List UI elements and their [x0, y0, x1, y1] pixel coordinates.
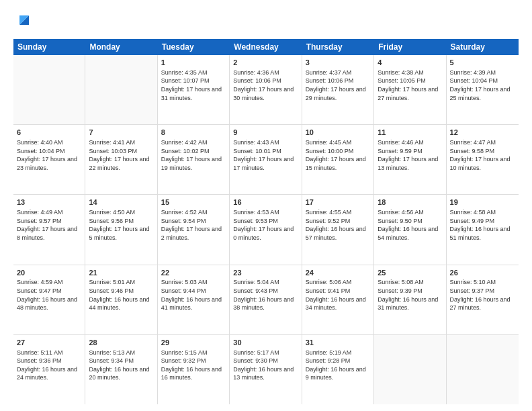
cell-info: Sunrise: 4:47 AMSunset: 9:58 PMDaylight:…: [450, 138, 515, 172]
day-number: 13: [17, 197, 81, 208]
header-day-monday: Monday: [85, 39, 157, 55]
cell-info: Sunrise: 4:42 AMSunset: 10:02 PMDaylight…: [161, 138, 226, 172]
calendar-cell: 23Sunrise: 5:04 AMSunset: 9:43 PMDayligh…: [230, 265, 302, 334]
cell-info: Sunrise: 4:38 AMSunset: 10:05 PMDaylight…: [378, 68, 442, 102]
day-number: 27: [17, 338, 81, 348]
day-number: 21: [89, 268, 153, 278]
day-number: 20: [17, 268, 81, 278]
calendar-cell: 12Sunrise: 4:47 AMSunset: 9:58 PMDayligh…: [447, 125, 519, 194]
calendar-cell: 14Sunrise: 4:50 AMSunset: 9:56 PMDayligh…: [85, 195, 157, 264]
calendar-cell: [447, 335, 519, 404]
day-number: 11: [378, 128, 442, 138]
day-number: 2: [233, 58, 298, 68]
day-number: 28: [89, 338, 153, 348]
calendar-cell: 20Sunrise: 4:59 AMSunset: 9:47 PMDayligh…: [13, 265, 85, 334]
day-number: 17: [306, 197, 370, 208]
calendar-cell: 28Sunrise: 5:13 AMSunset: 9:34 PMDayligh…: [85, 335, 157, 404]
cell-info: Sunrise: 5:17 AMSunset: 9:30 PMDaylight:…: [233, 349, 298, 382]
day-number: 19: [450, 197, 515, 208]
calendar-cell: 21Sunrise: 5:01 AMSunset: 9:46 PMDayligh…: [85, 265, 157, 334]
calendar-cell: 6Sunrise: 4:40 AMSunset: 10:04 PMDayligh…: [13, 125, 85, 194]
day-number: 8: [161, 128, 226, 138]
cell-info: Sunrise: 4:49 AMSunset: 9:57 PMDaylight:…: [17, 208, 81, 242]
calendar-header: SundayMondayTuesdayWednesdayThursdayFrid…: [13, 39, 519, 55]
day-number: 1: [161, 58, 226, 68]
header-day-thursday: Thursday: [302, 39, 374, 55]
cell-info: Sunrise: 5:03 AMSunset: 9:44 PMDaylight:…: [161, 278, 226, 312]
cell-info: Sunrise: 4:35 AMSunset: 10:07 PMDaylight…: [161, 68, 226, 102]
logo-icon: [15, 11, 34, 30]
calendar-cell: 26Sunrise: 5:10 AMSunset: 9:37 PMDayligh…: [447, 265, 519, 334]
calendar-cell: 25Sunrise: 5:08 AMSunset: 9:39 PMDayligh…: [374, 265, 446, 334]
calendar-cell: 2Sunrise: 4:36 AMSunset: 10:06 PMDayligh…: [230, 55, 302, 124]
calendar-cell: 15Sunrise: 4:52 AMSunset: 9:54 PMDayligh…: [158, 195, 230, 264]
header-day-sunday: Sunday: [13, 39, 85, 55]
calendar-cell: 22Sunrise: 5:03 AMSunset: 9:44 PMDayligh…: [158, 265, 230, 334]
calendar-cell: 18Sunrise: 4:56 AMSunset: 9:50 PMDayligh…: [374, 195, 446, 264]
day-number: 31: [306, 338, 370, 348]
calendar-cell: [13, 55, 85, 124]
calendar-body: 1Sunrise: 4:35 AMSunset: 10:07 PMDayligh…: [13, 55, 519, 404]
logo: [13, 11, 34, 32]
calendar-cell: 29Sunrise: 5:15 AMSunset: 9:32 PMDayligh…: [158, 335, 230, 404]
cell-info: Sunrise: 4:55 AMSunset: 9:52 PMDaylight:…: [306, 208, 370, 242]
header-day-tuesday: Tuesday: [158, 39, 230, 55]
cell-info: Sunrise: 4:46 AMSunset: 9:59 PMDaylight:…: [378, 138, 442, 172]
day-number: 22: [161, 268, 226, 278]
header-day-wednesday: Wednesday: [230, 39, 302, 55]
cell-info: Sunrise: 4:36 AMSunset: 10:06 PMDaylight…: [233, 68, 298, 102]
cell-info: Sunrise: 4:52 AMSunset: 9:54 PMDaylight:…: [161, 208, 226, 242]
page: SundayMondayTuesdayWednesdayThursdayFrid…: [0, 0, 532, 411]
calendar-row-2: 6Sunrise: 4:40 AMSunset: 10:04 PMDayligh…: [13, 125, 519, 195]
cell-info: Sunrise: 4:50 AMSunset: 9:56 PMDaylight:…: [89, 208, 153, 242]
calendar-cell: 30Sunrise: 5:17 AMSunset: 9:30 PMDayligh…: [230, 335, 302, 404]
cell-info: Sunrise: 5:19 AMSunset: 9:28 PMDaylight:…: [306, 349, 370, 382]
header-day-saturday: Saturday: [447, 39, 519, 55]
day-number: 25: [378, 268, 442, 278]
calendar-cell: 3Sunrise: 4:37 AMSunset: 10:06 PMDayligh…: [302, 55, 374, 124]
calendar-cell: 13Sunrise: 4:49 AMSunset: 9:57 PMDayligh…: [13, 195, 85, 264]
cell-info: Sunrise: 4:59 AMSunset: 9:47 PMDaylight:…: [17, 278, 81, 312]
calendar-cell: 11Sunrise: 4:46 AMSunset: 9:59 PMDayligh…: [374, 125, 446, 194]
day-number: 12: [450, 128, 515, 138]
day-number: 4: [378, 58, 442, 68]
calendar-cell: [374, 335, 446, 404]
cell-info: Sunrise: 4:41 AMSunset: 10:03 PMDaylight…: [89, 138, 153, 172]
calendar-row-3: 13Sunrise: 4:49 AMSunset: 9:57 PMDayligh…: [13, 195, 519, 265]
calendar-cell: 10Sunrise: 4:45 AMSunset: 10:00 PMDaylig…: [302, 125, 374, 194]
day-number: 23: [233, 268, 298, 278]
day-number: 29: [161, 338, 226, 348]
day-number: 15: [161, 197, 226, 208]
cell-info: Sunrise: 4:45 AMSunset: 10:00 PMDaylight…: [306, 138, 370, 172]
cell-info: Sunrise: 4:43 AMSunset: 10:01 PMDaylight…: [233, 138, 298, 172]
calendar-row-1: 1Sunrise: 4:35 AMSunset: 10:07 PMDayligh…: [13, 55, 519, 125]
calendar-cell: 17Sunrise: 4:55 AMSunset: 9:52 PMDayligh…: [302, 195, 374, 264]
calendar-cell: 8Sunrise: 4:42 AMSunset: 10:02 PMDayligh…: [158, 125, 230, 194]
calendar-cell: [85, 55, 157, 124]
calendar-cell: 4Sunrise: 4:38 AMSunset: 10:05 PMDayligh…: [374, 55, 446, 124]
day-number: 26: [450, 268, 515, 278]
cell-info: Sunrise: 5:04 AMSunset: 9:43 PMDaylight:…: [233, 278, 298, 312]
calendar-cell: 5Sunrise: 4:39 AMSunset: 10:04 PMDayligh…: [447, 55, 519, 124]
day-number: 18: [378, 197, 442, 208]
day-number: 5: [450, 58, 515, 68]
cell-info: Sunrise: 4:40 AMSunset: 10:04 PMDaylight…: [17, 138, 81, 172]
calendar-cell: 1Sunrise: 4:35 AMSunset: 10:07 PMDayligh…: [158, 55, 230, 124]
cell-info: Sunrise: 5:08 AMSunset: 9:39 PMDaylight:…: [378, 278, 442, 312]
cell-info: Sunrise: 5:10 AMSunset: 9:37 PMDaylight:…: [450, 278, 515, 312]
calendar-cell: 7Sunrise: 4:41 AMSunset: 10:03 PMDayligh…: [85, 125, 157, 194]
calendar-cell: 9Sunrise: 4:43 AMSunset: 10:01 PMDayligh…: [230, 125, 302, 194]
day-number: 30: [233, 338, 298, 348]
day-number: 7: [89, 128, 153, 138]
day-number: 6: [17, 128, 81, 138]
calendar-row-4: 20Sunrise: 4:59 AMSunset: 9:47 PMDayligh…: [13, 265, 519, 335]
cell-info: Sunrise: 4:56 AMSunset: 9:50 PMDaylight:…: [378, 208, 442, 242]
header-day-friday: Friday: [374, 39, 446, 55]
cell-info: Sunrise: 4:37 AMSunset: 10:06 PMDaylight…: [306, 68, 370, 102]
cell-info: Sunrise: 5:01 AMSunset: 9:46 PMDaylight:…: [89, 278, 153, 312]
cell-info: Sunrise: 4:39 AMSunset: 10:04 PMDaylight…: [450, 68, 515, 102]
calendar-cell: 24Sunrise: 5:06 AMSunset: 9:41 PMDayligh…: [302, 265, 374, 334]
cell-info: Sunrise: 4:53 AMSunset: 9:53 PMDaylight:…: [233, 208, 298, 242]
cell-info: Sunrise: 5:06 AMSunset: 9:41 PMDaylight:…: [306, 278, 370, 312]
cell-info: Sunrise: 5:15 AMSunset: 9:32 PMDaylight:…: [161, 349, 226, 382]
